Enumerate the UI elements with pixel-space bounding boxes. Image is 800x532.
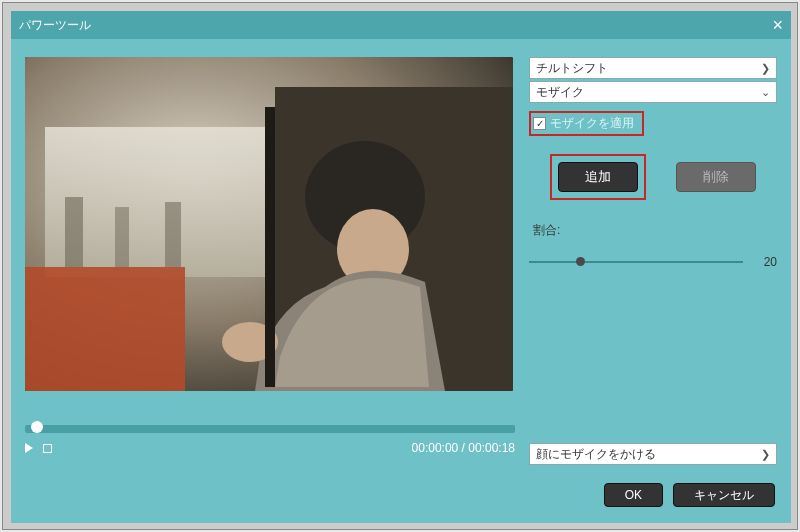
svg-rect-10 [265, 107, 275, 387]
mosaic-combo[interactable]: モザイク ⌄ [529, 81, 777, 103]
stop-icon[interactable] [43, 444, 52, 453]
ratio-slider-thumb[interactable] [576, 257, 585, 266]
face-mosaic-combo[interactable]: 顔にモザイクをかける ❯ [529, 443, 777, 465]
ratio-label: 割合: [533, 222, 777, 239]
timeline: 00:00:00 / 00:00:18 [25, 425, 515, 455]
apply-mosaic-checkbox[interactable]: ✓ [533, 117, 546, 130]
chevron-right-icon: ❯ [761, 62, 770, 75]
cancel-button[interactable]: キャンセル [673, 483, 775, 507]
dialog-footer: OK キャンセル [11, 473, 791, 519]
combo-label: モザイク [536, 84, 584, 101]
svg-rect-2 [65, 197, 83, 267]
timeline-track[interactable] [25, 425, 515, 433]
button-row: 追加 削除 [529, 154, 777, 200]
apply-mosaic-row[interactable]: ✓ モザイクを適用 [533, 115, 634, 132]
content-area: 00:00:00 / 00:00:18 チルトシフト ❯ モザイク ⌄ ✓ [11, 39, 791, 473]
svg-rect-5 [25, 267, 185, 391]
playhead[interactable] [31, 421, 43, 433]
apply-mosaic-label: モザイクを適用 [550, 115, 634, 132]
left-pane: 00:00:00 / 00:00:18 [25, 57, 515, 473]
titlebar: パワーツール × [11, 11, 791, 39]
ok-button[interactable]: OK [604, 483, 663, 507]
playback-controls: 00:00:00 / 00:00:18 [25, 441, 515, 455]
play-icon[interactable] [25, 443, 33, 453]
svg-rect-3 [115, 207, 129, 267]
time-current: 00:00:00 [412, 441, 459, 455]
add-button-highlight: 追加 [550, 154, 646, 200]
ratio-slider-track[interactable] [529, 261, 743, 263]
video-preview[interactable] [25, 57, 513, 391]
apply-mosaic-highlight: ✓ モザイクを適用 [529, 111, 644, 136]
ratio-slider: 20 [529, 255, 777, 269]
ratio-value: 20 [753, 255, 777, 269]
svg-rect-4 [165, 202, 181, 267]
chevron-right-icon: ❯ [761, 448, 770, 461]
tiltshift-combo[interactable]: チルトシフト ❯ [529, 57, 777, 79]
power-tool-dialog: パワーツール × [11, 11, 791, 523]
time-total: 00:00:18 [468, 441, 515, 455]
preview-image [25, 57, 513, 391]
delete-button: 削除 [676, 162, 756, 192]
combo-label: チルトシフト [536, 60, 608, 77]
time-display: 00:00:00 / 00:00:18 [412, 441, 515, 455]
add-button[interactable]: 追加 [558, 162, 638, 192]
outer-frame: パワーツール × [2, 2, 798, 530]
chevron-down-icon: ⌄ [761, 86, 770, 99]
right-pane: チルトシフト ❯ モザイク ⌄ ✓ モザイクを適用 追加 [529, 57, 777, 473]
dialog-title: パワーツール [19, 17, 91, 34]
close-icon[interactable]: × [772, 15, 783, 36]
combo-label: 顔にモザイクをかける [536, 446, 656, 463]
